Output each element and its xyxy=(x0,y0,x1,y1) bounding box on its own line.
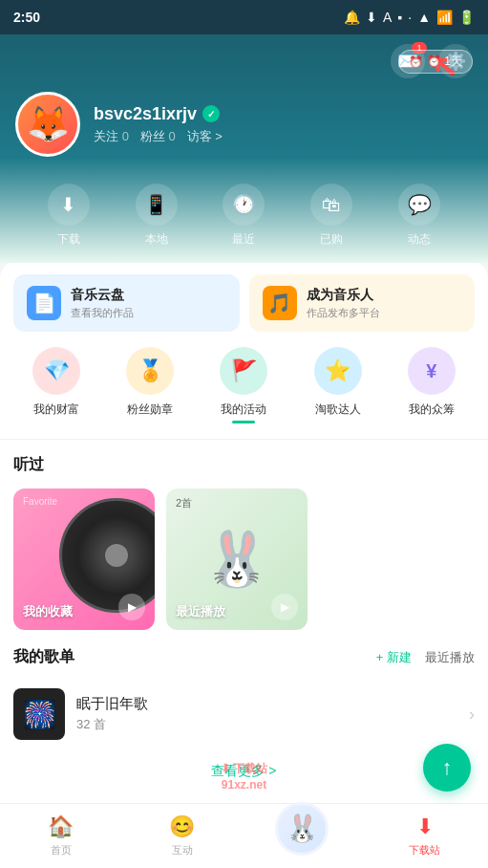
nav-activity-label: 动态 xyxy=(408,231,431,248)
verified-icon: ✓ xyxy=(202,105,220,122)
download-site-label: 下载站 xyxy=(409,843,440,857)
username-row: bsvc2s1ixrjv ✓ xyxy=(94,104,223,124)
song-info: 眠于旧年歌 32 首 xyxy=(76,695,457,733)
features-row: 💎 我的财富 🏅 粉丝勋章 🚩 我的活动 ⭐ 淘歌达人 ¥ 我的众筹 xyxy=(0,341,488,440)
feature-badge[interactable]: 🏅 粉丝勋章 xyxy=(117,347,183,423)
content-area: 📄 音乐云盘 查看我的作品 🎵 成为音乐人 作品发布多平台 💎 我的财富 🏅 粉… xyxy=(0,261,488,868)
bottom-nav: 🏠 首页 😊 互动 🐰 ⬇ 下载站 xyxy=(0,803,488,868)
cloud-music-card[interactable]: 📄 音乐云盘 查看我的作品 xyxy=(13,274,240,332)
active-indicator xyxy=(232,421,255,423)
profile-info: bsvc2s1ixrjv ✓ 关注 0 粉丝 0 访客 > xyxy=(94,104,223,145)
songlist-header: 我的歌单 + 新建 最近播放 xyxy=(13,647,475,667)
interact-icon: 😊 xyxy=(169,814,195,839)
singer-label: 淘歌达人 xyxy=(315,401,361,418)
local-icon: 📱 xyxy=(136,184,178,226)
nav-local-label: 本地 xyxy=(145,231,168,248)
artist-text: 成为音乐人 作品发布多平台 xyxy=(307,287,380,320)
nav-circle-center[interactable]: 🐰 xyxy=(275,802,329,856)
recent-play-filter[interactable]: 最近播放 xyxy=(425,649,475,666)
recent-illustration: 🐰 xyxy=(203,528,270,591)
recent-icon: 🕐 xyxy=(223,184,265,226)
nav-local[interactable]: 📱 本地 xyxy=(136,184,178,263)
fans-count: 粉丝 0 xyxy=(140,128,176,145)
status-icons: 🔔 ⬇ A ▪ · ▲ 📶 🔋 xyxy=(344,10,475,25)
artist-title: 成为音乐人 xyxy=(307,287,380,304)
cloud-text: 音乐云盘 查看我的作品 xyxy=(71,287,134,320)
nav-download-site[interactable]: ⬇ 下载站 xyxy=(393,814,456,857)
song-count: 32 首 xyxy=(76,716,457,733)
recent-label: 最近播放 xyxy=(176,603,225,620)
activity-icon: 💬 xyxy=(398,184,440,226)
song-name: 眠于旧年歌 xyxy=(76,695,457,713)
listened-title: 听过 xyxy=(13,455,475,475)
vinyl-center xyxy=(105,544,128,567)
table-row[interactable]: 🎆 眠于旧年歌 32 首 › xyxy=(13,681,475,748)
signin-icon: ⏰ xyxy=(409,55,423,69)
wealth-icon: 💎 xyxy=(32,347,80,395)
nav-icons-row: ⬇ 下载 📱 本地 🕐 最近 🛍 已购 💬 动态 xyxy=(15,168,473,263)
cloud-title: 音乐云盘 xyxy=(71,287,134,304)
crowdfund-label: 我的众筹 xyxy=(409,401,455,418)
nav-purchased-label: 已购 xyxy=(320,231,343,248)
artist-icon: 🎵 xyxy=(263,286,297,320)
badge-label: 粉丝勋章 xyxy=(127,401,173,418)
download-icon: ⬇ xyxy=(48,184,90,226)
favorites-card[interactable]: Favorite ♥ 我的收藏 ▶ xyxy=(13,488,155,630)
status-time: 2:50 xyxy=(13,10,40,25)
vinyl-disc xyxy=(59,498,155,613)
nav-download-label: 下载 xyxy=(57,231,80,248)
singer-icon: ⭐ xyxy=(314,347,362,395)
nav-recent[interactable]: 🕐 最近 xyxy=(223,184,265,263)
nav-home[interactable]: 🏠 首页 xyxy=(32,814,89,857)
cloud-sub: 查看我的作品 xyxy=(71,306,134,320)
feature-wealth[interactable]: 💎 我的财富 xyxy=(23,347,90,423)
activity-label: 我的活动 xyxy=(221,401,266,418)
cards-row: Favorite ♥ 我的收藏 ▶ 2首 🐰 最近播放 ▶ xyxy=(13,488,475,630)
artist-sub: 作品发布多平台 xyxy=(307,306,380,320)
recent-play-button[interactable]: ▶ xyxy=(271,594,298,620)
recent-card[interactable]: 2首 🐰 最近播放 ▶ xyxy=(166,488,308,630)
song-cover: 🎆 xyxy=(13,688,65,740)
see-more-button[interactable]: 查看更多 > xyxy=(13,748,475,795)
share-icon: ↑ xyxy=(442,755,453,780)
home-label: 首页 xyxy=(51,843,72,857)
nav-download[interactable]: ⬇ 下载 xyxy=(48,184,90,263)
signin-badge[interactable]: ⏰ ⏰ 1天 xyxy=(398,50,473,74)
favorites-top-label: Favorite xyxy=(23,496,57,507)
feature-activity[interactable]: 🚩 我的活动 xyxy=(210,347,277,423)
avatar[interactable]: 🦊 xyxy=(15,92,80,157)
username-text: bsvc2s1ixrjv xyxy=(94,104,197,124)
download-site-icon: ⬇ xyxy=(416,814,434,839)
cloud-icon: 📄 xyxy=(27,286,61,320)
nav-recent-label: 最近 xyxy=(232,231,255,248)
nav-activity[interactable]: 💬 动态 xyxy=(398,184,440,263)
songlist-title: 我的歌单 xyxy=(13,647,74,667)
follow-count: 关注 0 xyxy=(94,128,129,145)
artist-card[interactable]: 🎵 成为音乐人 作品发布多平台 xyxy=(249,274,476,332)
new-playlist-button[interactable]: + 新建 xyxy=(376,649,412,666)
songlist-section: 我的歌单 + 新建 最近播放 🎆 眠于旧年歌 32 首 › 查看更多 > xyxy=(0,640,488,805)
favorites-play-button[interactable]: ▶ xyxy=(118,594,145,620)
nav-purchased[interactable]: 🛍 已购 xyxy=(310,184,352,263)
visitors-link[interactable]: 访客 > xyxy=(187,128,223,145)
favorites-label: 我的收藏 xyxy=(23,603,73,620)
song-arrow-icon: › xyxy=(469,705,475,725)
song-cover-emoji: 🎆 xyxy=(23,699,56,730)
recent-count: 2首 xyxy=(176,496,192,510)
profile-section: 🦊 bsvc2s1ixrjv ✓ 关注 0 粉丝 0 访客 > xyxy=(15,92,473,157)
feature-singer[interactable]: ⭐ 淘歌达人 xyxy=(305,347,371,423)
crowdfund-icon: ¥ xyxy=(408,347,456,395)
signin-label: ⏰ 1天 xyxy=(427,54,462,70)
nav-interact[interactable]: 😊 互动 xyxy=(154,814,210,857)
badge-icon: 🏅 xyxy=(126,347,174,395)
follow-stats[interactable]: 关注 0 粉丝 0 访客 > xyxy=(94,128,223,145)
home-icon: 🏠 xyxy=(48,814,74,839)
feature-crowdfund[interactable]: ¥ 我的众筹 xyxy=(398,347,465,423)
interact-label: 互动 xyxy=(172,843,193,857)
banner-row: 📄 音乐云盘 查看我的作品 🎵 成为音乐人 作品发布多平台 xyxy=(0,261,488,341)
activity-icon: 🚩 xyxy=(220,347,267,395)
songlist-actions: + 新建 最近播放 xyxy=(376,649,475,666)
share-fab[interactable]: ↑ xyxy=(423,744,471,792)
wealth-label: 我的财富 xyxy=(33,401,79,418)
listened-section: 听过 Favorite ♥ 我的收藏 ▶ 2首 🐰 最近播放 ▶ xyxy=(0,440,488,640)
